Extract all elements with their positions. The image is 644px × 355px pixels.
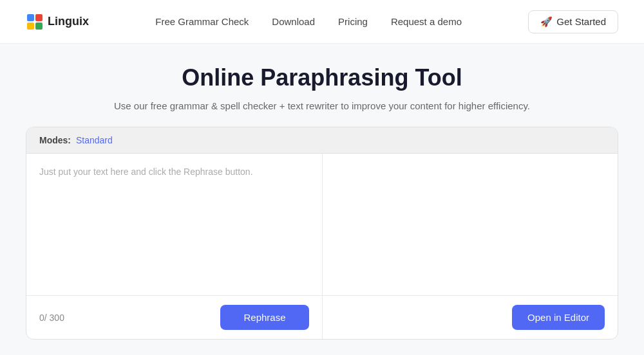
navbar: Linguix Free Grammar Check Download Pric… — [0, 0, 644, 44]
nav-item-demo[interactable]: Request a demo — [391, 16, 462, 27]
nav-item-grammar[interactable]: Free Grammar Check — [155, 16, 249, 27]
page-subtitle: Use our free grammar & spell checker + t… — [114, 100, 530, 111]
modes-bar: Modes: Standard — [26, 127, 618, 154]
output-area — [323, 154, 618, 295]
svg-rect-1 — [27, 14, 34, 21]
left-bottom: 0/ 300 Rephrase — [26, 296, 323, 339]
tool-container: Modes: Standard 0/ 300 Rephrase Open in … — [26, 127, 618, 340]
svg-rect-4 — [35, 23, 43, 30]
editor-area — [26, 154, 618, 295]
logo[interactable]: Linguix — [26, 13, 89, 31]
svg-rect-3 — [27, 23, 34, 30]
open-in-editor-button[interactable]: Open in Editor — [512, 305, 605, 330]
bottom-row: 0/ 300 Rephrase Open in Editor — [26, 295, 618, 339]
nav-links: Free Grammar Check Download Pricing Requ… — [155, 16, 462, 27]
mode-standard[interactable]: Standard — [76, 135, 113, 145]
left-panel — [26, 154, 323, 295]
svg-rect-2 — [35, 14, 43, 21]
page-title: Online Paraphrasing Tool — [182, 64, 462, 91]
logo-icon — [26, 13, 44, 31]
get-started-button[interactable]: 🚀 Get Started — [528, 10, 618, 33]
modes-label: Modes: — [39, 135, 71, 145]
nav-item-download[interactable]: Download — [272, 16, 315, 27]
input-textarea[interactable] — [26, 154, 322, 295]
rephrase-button[interactable]: Rephrase — [220, 305, 308, 330]
logo-text: Linguix — [48, 15, 89, 28]
get-started-emoji: 🚀 — [540, 16, 553, 28]
right-bottom-panel: Open in Editor — [323, 296, 618, 339]
char-count: 0/ 300 — [39, 313, 64, 323]
nav-item-pricing[interactable]: Pricing — [338, 16, 368, 27]
right-panel — [323, 154, 618, 295]
main-content: Online Paraphrasing Tool Use our free gr… — [0, 44, 644, 340]
get-started-label: Get Started — [556, 16, 606, 27]
